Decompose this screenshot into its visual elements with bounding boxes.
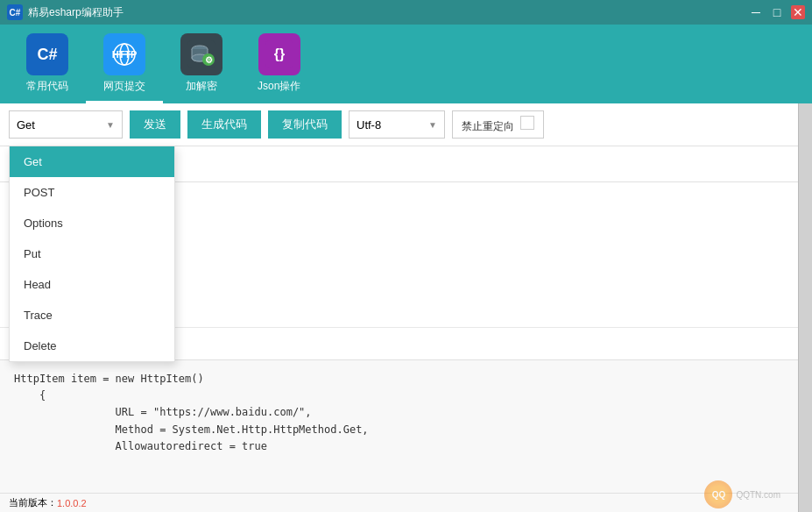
send-button[interactable]: 发送	[130, 110, 180, 139]
nav-json[interactable]: {} Json操作	[240, 26, 318, 103]
svg-text:{}: {}	[273, 46, 284, 61]
close-button[interactable]: ✕	[791, 5, 805, 19]
dropdown-item-options[interactable]: Options	[10, 208, 174, 238]
dropdown-item-head[interactable]: Head	[10, 269, 174, 300]
content-area: Get ▼ 发送 生成代码 复制代码 Utf-8 ▼ 禁止重定向 Get POS…	[0, 103, 798, 512]
status-bar: 当前版本： 1.0.0.2	[0, 493, 798, 512]
scrollbar-track[interactable]	[798, 103, 812, 512]
watermark-logo: QQ	[704, 480, 732, 508]
nav-bar: C# 常用代码 HTTP 网页提交 ⚙ 加解密	[0, 25, 812, 103]
code-content: HttpItem item = new HttpItem() { URL = "…	[14, 371, 784, 455]
code-output-area: HttpItem item = new HttpItem() { URL = "…	[0, 360, 798, 512]
encoding-label: Utf-8	[357, 118, 381, 132]
watermark-text: QQTN.com	[736, 490, 780, 500]
nav-db-icon: ⚙	[180, 33, 222, 75]
version-value: 1.0.0.2	[57, 498, 87, 508]
toolbar: Get ▼ 发送 生成代码 复制代码 Utf-8 ▼ 禁止重定向	[0, 103, 798, 146]
version-label: 当前版本：	[9, 496, 57, 509]
method-dropdown-menu: Get POST Options Put Head Trace Delete	[9, 146, 175, 362]
dropdown-item-put[interactable]: Put	[10, 238, 174, 269]
maximize-button[interactable]: □	[770, 5, 784, 19]
nav-encrypt-label: 加解密	[186, 79, 217, 94]
redirect-button[interactable]: 禁止重定向	[452, 110, 544, 139]
method-label: Get	[17, 118, 35, 132]
copy-code-button[interactable]: 复制代码	[268, 110, 342, 139]
dropdown-item-delete[interactable]: Delete	[10, 331, 174, 361]
watermark: QQ QQTN.com	[704, 480, 780, 508]
window-controls: ─ □ ✕	[749, 5, 805, 19]
main-content: Get ▼ 发送 生成代码 复制代码 Utf-8 ▼ 禁止重定向 Get POS…	[0, 103, 812, 512]
encoding-arrow-icon: ▼	[428, 120, 437, 130]
nav-web-submit-label: 网页提交	[103, 79, 145, 94]
svg-text:⚙: ⚙	[205, 55, 213, 65]
nav-cs-icon: C#	[26, 33, 68, 75]
title-bar: C# 精易esharp编程助手 ─ □ ✕	[0, 0, 812, 25]
dropdown-item-get[interactable]: Get	[10, 146, 174, 177]
nav-json-label: Json操作	[258, 79, 300, 94]
nav-web-submit[interactable]: HTTP 网页提交	[86, 26, 163, 103]
nav-common-code-label: 常用代码	[26, 79, 68, 94]
gen-code-button[interactable]: 生成代码	[187, 110, 261, 139]
nav-http-icon: HTTP	[103, 33, 145, 75]
minimize-button[interactable]: ─	[749, 5, 763, 19]
dropdown-arrow-icon: ▼	[106, 120, 115, 130]
encoding-select[interactable]: Utf-8 ▼	[349, 110, 445, 139]
app-title: 精易esharp编程助手	[28, 5, 124, 20]
method-dropdown[interactable]: Get ▼	[9, 110, 123, 139]
dropdown-item-trace[interactable]: Trace	[10, 300, 174, 331]
nav-json-icon: {}	[258, 33, 300, 75]
dropdown-item-post[interactable]: POST	[10, 177, 174, 208]
nav-common-code[interactable]: C# 常用代码	[9, 26, 86, 103]
nav-encrypt[interactable]: ⚙ 加解密	[163, 26, 240, 103]
app-icon: C#	[7, 4, 23, 20]
redirect-checkbox[interactable]	[520, 116, 534, 130]
